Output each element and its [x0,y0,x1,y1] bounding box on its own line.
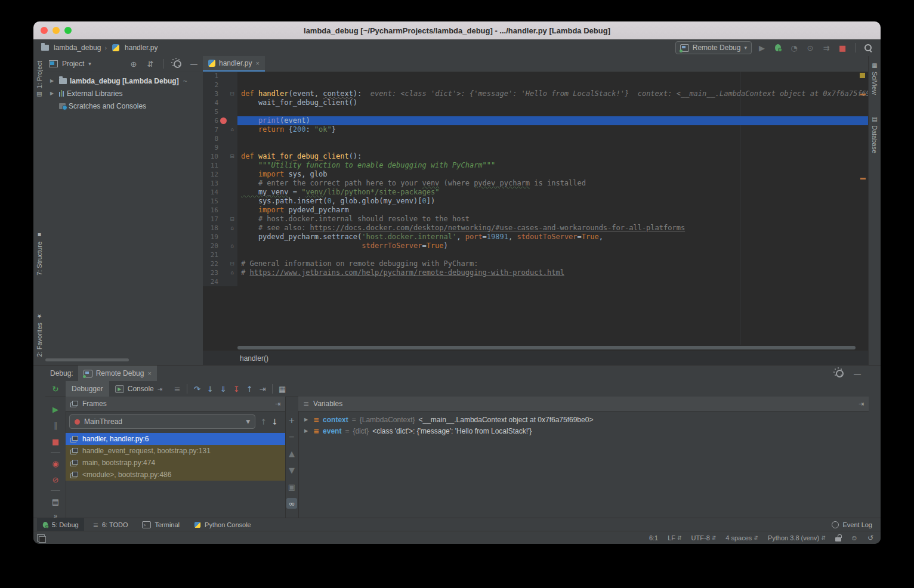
stack-frame[interactable]: main, bootstrap.py:474 [66,457,285,469]
caret-position[interactable]: 6:1 [649,534,658,541]
code-text[interactable] [237,143,869,152]
fold-marker-icon[interactable]: ⌂ [228,242,236,250]
gutter[interactable]: 7⌂ [203,125,237,134]
gutter[interactable]: 6 [203,116,237,125]
restore-layout-icon[interactable]: ▤ [50,496,61,507]
resume-icon[interactable]: ▶ [50,404,61,414]
pin-icon[interactable]: ⇥ [859,400,864,408]
code-text[interactable] [237,107,869,116]
code-text[interactable] [237,250,869,259]
code-text[interactable]: # host.docker.internal should resolve to… [237,215,869,224]
debug-icon[interactable] [773,42,783,53]
code-text[interactable]: my_venv = "venv/lib/python*/site-package… [237,188,869,197]
variable-row[interactable]: ▶≡event = {dict} <class 'dict'>: {'messa… [298,425,869,437]
expand-icon[interactable]: ▶ [304,417,310,422]
gutter[interactable]: 15 [203,197,237,206]
gutter[interactable]: 8 [203,134,237,143]
mute-breakpoints-icon[interactable]: ⊘ [50,474,61,485]
rerun-icon[interactable]: ↻ [50,383,61,394]
stack-frame[interactable]: handler, handler.py:6 [66,433,285,445]
menu-icon[interactable]: ≡ [303,400,309,408]
collapse-all-icon[interactable]: ⇵ [145,58,156,69]
code-text[interactable]: pydevd_pycharm.settrace('host.docker.int… [237,233,869,242]
sync-icon[interactable]: ↺ [867,534,873,542]
gutter[interactable]: 18⌂ [203,224,237,233]
close-icon[interactable]: × [147,370,151,377]
tool-window-button----todo[interactable]: ≡6: TODO [88,518,134,531]
gutter[interactable]: 17⊟ [203,215,237,224]
stack-frame[interactable]: handle_event_request, bootstrap.py:131 [66,445,285,457]
evaluate-expression-icon[interactable]: ▦ [277,383,288,394]
gutter[interactable]: 4 [203,98,237,107]
hide-debug-icon[interactable]: — [852,368,863,379]
view-breakpoints-icon[interactable]: ◉ [50,458,61,469]
gutter[interactable]: 1 [203,72,237,81]
title-bar[interactable]: lambda_debug [~/PycharmProjects/lambda_d… [33,21,881,40]
breadcrumb-file[interactable]: handler.py [125,44,158,52]
duplicate-watch-icon[interactable]: ▣ [286,481,297,492]
pause-icon[interactable]: ∥ [50,420,61,431]
editor-tab-handler-py[interactable]: handler.py × [203,56,265,72]
code-text[interactable]: print(event) [237,116,869,125]
breakpoint-icon[interactable] [220,117,227,124]
stop-icon[interactable]: ■ [837,42,848,53]
profiler-icon[interactable]: ◔ [789,42,799,53]
tab-debugger[interactable]: Debugger [66,381,109,397]
gutter[interactable]: 14 [203,188,237,197]
code-text[interactable]: def handler(event, context): event: <cla… [237,89,869,98]
tool-button-structure[interactable]: 7: Structure ▪ [36,232,43,276]
gutter[interactable]: 10⊟ [203,152,237,161]
gutter[interactable]: 9 [203,143,237,152]
debug-session-tab[interactable]: Remote Debug × [78,366,157,381]
close-icon[interactable]: × [255,60,259,67]
run-with-configuration-icon[interactable]: ⇉ [821,42,832,53]
code-text[interactable]: stderrToServer=True) [237,242,869,250]
gutter[interactable]: 2 [203,81,237,89]
fold-marker-icon[interactable]: ⌂ [228,125,236,134]
project-panel-title[interactable]: Project [62,60,84,68]
add-watch-icon[interactable]: + [286,414,297,425]
run-icon[interactable]: ▶ [756,42,767,53]
fold-marker-icon[interactable]: ⊟ [228,215,236,224]
settings-icon[interactable] [172,58,183,69]
pin-icon[interactable]: ⇥ [158,386,162,392]
previous-frame-icon[interactable]: ↑ [260,417,267,426]
code-text[interactable]: import pydevd_pycharm [237,206,869,215]
line-ending-select[interactable]: LF⇵ [668,534,681,541]
code-text[interactable]: return {200: "ok"} [237,125,869,134]
code-text[interactable]: sys.path.insert(0, glob.glob(my_venv)[0]… [237,197,869,206]
debug-settings-icon[interactable] [834,368,845,379]
pin-icon[interactable]: ⇥ [275,400,280,408]
code-text[interactable] [237,134,869,143]
gutter[interactable]: 13 [203,179,237,188]
editor-horizontal-scrollbar[interactable] [237,346,856,349]
hide-icon[interactable]: — [189,58,199,69]
tool-window-button----debug[interactable]: 5: Debug [37,518,84,531]
hector-inspections-icon[interactable]: ☺ [851,534,858,542]
code-text[interactable]: def wait_for_debug_client(): [237,152,869,161]
gutter[interactable]: 24 [203,277,237,286]
force-step-into-icon[interactable]: ⇓ [218,383,229,394]
tree-item[interactable]: ▶External Libraries [45,87,203,100]
gutter[interactable]: 23⌂ [203,268,237,277]
gutter[interactable]: 12 [203,170,237,179]
gutter[interactable]: 22⊟ [203,259,237,268]
thread-selector[interactable]: MainThread ▼ [69,414,255,429]
interpreter-select[interactable]: Python 3.8 (venv)⇵ [768,534,826,541]
run-configuration-select[interactable]: Remote Debug ▾ [675,41,752,54]
project-horizontal-scrollbar[interactable] [45,358,129,361]
fold-marker-icon[interactable]: ⌂ [228,268,236,277]
code-text[interactable]: # see also: https://docs.docker.com/desk… [237,224,869,233]
step-out-icon[interactable]: ↑ [244,383,255,394]
fold-marker-icon[interactable]: ⊟ [228,152,236,161]
show-execution-point-icon[interactable]: ≡ [172,383,183,394]
code-text[interactable]: """Utility function to enable debugging … [237,161,869,170]
stop-process-icon[interactable]: ■ [50,436,61,447]
tool-button-favorites[interactable]: 2: Favorites ★ [36,313,43,357]
locate-icon[interactable]: ⊕ [128,58,139,69]
inspection-status-marker[interactable] [860,73,865,78]
step-into-icon[interactable]: ↓ [205,383,215,394]
stack-frame[interactable]: <module>, bootstrap.py:486 [66,469,285,481]
fold-marker-icon[interactable]: ⊟ [228,259,236,268]
variable-row[interactable]: ▶≡context = {LambdaContext} <__main__.La… [298,414,869,425]
